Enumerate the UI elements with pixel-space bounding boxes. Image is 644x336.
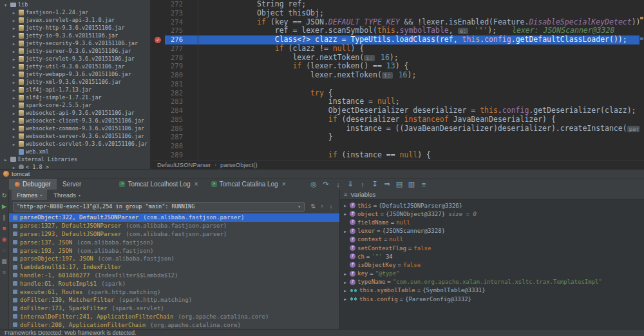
stack-frame-row[interactable]: lambda$null$1:17, IndexFilter <box>9 263 339 272</box>
tree-item-websocket-api-9-3-6-v20151106-jar[interactable]: ▶websocket-api-9.3.6.v20151106.jar <box>0 109 150 117</box>
tree-item-jetty-io-9-3-6-v20151106-jar[interactable]: ▶jetty-io-9.3.6.v20151106.jar <box>0 32 150 39</box>
thread-selector[interactable]: "http-apr-8080-exec-13"@3,254 in group "… <box>13 202 305 212</box>
tree-item-jetty-util-9-3-6-v20151106-jar[interactable]: ▶jetty-util-9.3.6.v20151106.jar <box>0 63 150 70</box>
breakpoint-gutter[interactable] <box>151 151 165 160</box>
filter-icon[interactable]: ⇅ <box>308 203 317 210</box>
breakpoint-gutter[interactable] <box>151 133 165 142</box>
expand-icon[interactable]: ▶ <box>343 297 348 301</box>
breakpoint-gutter[interactable]: ✓ <box>151 35 165 44</box>
breakpoint-gutter[interactable] <box>151 0 165 9</box>
chevron-right-icon[interactable]: ▶ <box>11 64 17 69</box>
stack-frame-row[interactable]: doFilter:173, SparkFilter(spark.servlet) <box>9 304 339 313</box>
chevron-right-icon[interactable]: ▶ <box>11 57 17 61</box>
chevron-right-icon[interactable]: ▶ <box>11 119 17 123</box>
show-execution-point-icon[interactable]: ◎ <box>308 180 319 188</box>
breakpoint-gutter[interactable] <box>151 18 165 27</box>
variable-row-lexer[interactable]: ▶flexer = {JSONScanner@3328} <box>340 227 644 235</box>
variable-row-ch[interactable]: fch = '"' 34 <box>340 252 644 261</box>
tree-item-jetty-security-9-3-6-v20151106-jar[interactable]: ▶jetty-security-9.3.6.v20151106.jar <box>0 39 150 47</box>
tab-tomcat-localhost-log[interactable]: >Tomcat Localhost Log× <box>114 179 203 190</box>
chevron-right-icon[interactable]: ▶ <box>11 18 17 23</box>
stack-frame-row[interactable]: internalDoFilter:241, ApplicationFilterC… <box>9 313 339 321</box>
variable-row-setcontextflag[interactable]: fsetContextFlag = false <box>340 244 644 252</box>
breakpoint-gutter[interactable] <box>151 26 165 35</box>
chevron-down-icon[interactable]: ▼ <box>3 3 8 7</box>
editor-scrollbar[interactable] <box>639 0 644 160</box>
breadcrumb-item-defaultjsonparser[interactable]: DefaultJSONParser <box>157 161 211 168</box>
next-frame-icon[interactable]: ↓ <box>327 203 336 210</box>
tree-item-fastjson-1-2-24-jar[interactable]: ▶fastjson-1.2.24.jar <box>0 8 150 16</box>
tree-item-web-xml[interactable]: web.xml <box>0 148 150 155</box>
breakpoint-gutter[interactable] <box>151 115 165 124</box>
stack-frame-row[interactable]: handle:61, RouteImpl$1(spark) <box>9 279 339 288</box>
chevron-right-icon[interactable]: ▶ <box>11 26 17 30</box>
breakpoint-gutter[interactable] <box>151 142 165 151</box>
tab-tomcat-catalina-log[interactable]: >Tomcat Catalina Log× <box>206 179 291 190</box>
tree-item-slf4j-simple-1-7-21-jar[interactable]: ▶slf4j-simple-1.7.21.jar <box>0 94 150 101</box>
tree-item-jetty-webapp-9-3-6-v20151106-jar[interactable]: ▶jetty-webapp-9.3.6.v20151106.jar <box>0 70 150 78</box>
stack-frame-row[interactable]: parse:193, JSON(com.alibaba.fastjson) <box>9 246 339 255</box>
pause-icon[interactable]: ∥ <box>3 215 6 221</box>
breakpoint-gutter[interactable] <box>151 9 165 18</box>
breakpoint-gutter[interactable] <box>151 97 165 106</box>
stack-frame-row[interactable]: execute:61, Routes(spark.http.matching) <box>9 288 339 296</box>
breakpoint-gutter[interactable] <box>151 80 165 89</box>
tree-item-lib[interactable]: ▼lib <box>0 1 150 8</box>
chevron-right-icon[interactable]: ▶ <box>11 88 17 92</box>
chevron-right-icon[interactable]: ▶ <box>11 142 17 146</box>
stack-frame-row[interactable]: doFilter:130, MatcherFilter(spark.http.m… <box>9 296 339 304</box>
stack-frame-row[interactable]: parseObject:322, DefaultJSONParser(com.a… <box>9 213 339 222</box>
close-icon[interactable]: × <box>194 181 198 188</box>
close-icon[interactable]: × <box>282 181 286 188</box>
expand-icon[interactable]: ▶ <box>343 229 348 233</box>
expand-icon[interactable]: ▶ <box>343 272 348 276</box>
chevron-right-icon[interactable]: ▶ <box>11 49 17 54</box>
chevron-right-icon[interactable]: ▶ <box>11 134 17 139</box>
force-step-into-icon[interactable]: ⇓ <box>345 180 356 188</box>
variable-row-typename[interactable]: ▶ftypeName = "com.sun.org.apache.xalan.i… <box>340 278 644 286</box>
watch-row-this-symboltable[interactable]: ▶this.symbolTable = {SymbolTable@3331} <box>340 286 644 295</box>
tree-item-jetty-server-9-3-6-v20151106-jar[interactable]: ▶jetty-server-9.3.6.v20151106.jar <box>0 47 150 55</box>
breakpoint-gutter[interactable] <box>151 71 165 80</box>
variable-row-key[interactable]: ▶fkey = "@type" <box>340 270 644 278</box>
chevron-right-icon[interactable]: ▶ <box>11 34 17 38</box>
evaluate-expression-icon[interactable]: ▤ <box>394 180 405 188</box>
chevron-right-icon[interactable]: ▶ <box>11 80 17 84</box>
chevron-right-icon[interactable]: ▶ <box>11 111 17 115</box>
stack-frame-row[interactable]: handle:-1, 601466277(IndexFilter$$Lambda… <box>9 272 339 280</box>
variable-row-isobjectkey[interactable]: fisObjectKey = false <box>340 261 644 269</box>
chevron-right-icon[interactable]: ▶ <box>11 72 17 77</box>
tree-item-1-8[interactable]: ▶< 1.8 > <box>0 163 150 169</box>
expand-icon[interactable]: ▶ <box>343 212 348 216</box>
tab-threads[interactable]: Threads▾ <box>48 190 86 200</box>
tree-item-slf4j-api-1-7-13-jar[interactable]: ▶slf4j-api-1.7.13.jar <box>0 86 150 94</box>
code-area[interactable]: 272String ref;273Object thisObj;274if (k… <box>151 0 644 160</box>
step-over-icon[interactable]: ↷ <box>321 180 332 188</box>
chevron-right-icon[interactable]: ▶ <box>11 126 17 131</box>
settings-icon[interactable]: ≡ <box>419 181 430 188</box>
mute-breakpoints-icon[interactable]: ◌ <box>3 248 6 253</box>
pin-icon[interactable]: ≡ <box>3 270 6 275</box>
drop-frame-icon[interactable]: ↧ <box>370 180 381 188</box>
chevron-right-icon[interactable]: ▶ <box>11 10 17 15</box>
variable-row-this[interactable]: ▶fthis = {DefaultJSONParser@3326} <box>340 201 644 210</box>
variable-row-object[interactable]: ▶fobject = {JSONObject@3327} size = 0 <box>340 210 644 218</box>
chevron-right-icon[interactable]: ▶ <box>11 41 17 46</box>
tree-item-javax-servlet-api-3-1-0-jar[interactable]: ▶javax.servlet-api-3.1.0.jar <box>0 16 150 24</box>
tree-item-websocket-common-9-3-6-v20151106-jar[interactable]: ▶websocket-common-9.3.6.v20151106.jar <box>0 124 150 132</box>
tab-frames[interactable]: Frames▾ <box>12 190 47 200</box>
tab-debugger[interactable]: Debugger <box>9 179 57 190</box>
watch-row-this-config[interactable]: ▶this.config = {ParserConfig@3332} <box>340 295 644 303</box>
tree-item-websocket-servlet-9-3-6-v20151106-jar[interactable]: ▶websocket-servlet-9.3.6.v20151106.jar <box>0 140 150 148</box>
breakpoint-gutter[interactable] <box>151 62 165 71</box>
breakpoint-gutter[interactable] <box>151 124 165 133</box>
chevron-right-icon[interactable]: ▶ <box>11 95 17 100</box>
stack-frame-row[interactable]: parseObject:197, JSON(com.alibaba.fastjs… <box>9 255 339 263</box>
chevron-right-icon[interactable]: ▶ <box>3 157 8 162</box>
tree-item-jetty-servlet-9-3-6-v20151106-jar[interactable]: ▶jetty-servlet-9.3.6.v20151106.jar <box>0 55 150 63</box>
breakpoint-icon[interactable]: ✓ <box>155 37 161 43</box>
stack-frame-row[interactable]: doFilter:208, ApplicationFilterChain(org… <box>9 321 339 329</box>
stack-frame-row[interactable]: parse:1293, DefaultJSONParser(com.alibab… <box>9 230 339 239</box>
variable-row-fieldname[interactable]: ffieldName = null <box>340 218 644 226</box>
restore-layout-icon[interactable]: ▦ <box>1 259 7 264</box>
